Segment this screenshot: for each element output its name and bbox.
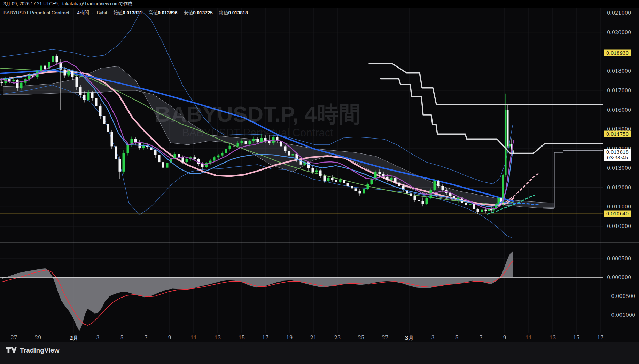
current-price-label[interactable]: 0.01381803:38:45 bbox=[604, 149, 631, 161]
price-axis-label: 0.011000 bbox=[607, 204, 631, 209]
candle-body bbox=[127, 144, 129, 153]
candle-body bbox=[288, 151, 290, 156]
candle-body bbox=[422, 201, 424, 204]
alert-price-label[interactable]: 0.014750 bbox=[604, 131, 631, 137]
candle-body bbox=[465, 203, 467, 205]
candle-body bbox=[485, 210, 487, 211]
candle-body bbox=[319, 171, 322, 176]
candle-body bbox=[225, 149, 227, 153]
legend-high-label: 高値 bbox=[148, 10, 158, 15]
legend-low-value: 0.013725 bbox=[193, 10, 212, 15]
candle-body bbox=[367, 184, 369, 189]
candle-body bbox=[194, 157, 196, 159]
time-axis-label: 27 bbox=[11, 335, 17, 340]
price-axis-label: 0.018000 bbox=[607, 68, 631, 74]
legend-exchange: Bybit bbox=[96, 10, 107, 15]
legend-open-value: 0.013821 bbox=[123, 10, 142, 15]
legend-low-label: 安値 bbox=[184, 10, 193, 15]
time-axis-label: 13 bbox=[215, 335, 221, 340]
time-axis-label: 27 bbox=[382, 335, 388, 340]
candle-body bbox=[178, 154, 180, 157]
candle-body bbox=[509, 144, 511, 146]
indicator-axis-label: 0.000500 bbox=[607, 256, 631, 261]
tradingview-logo-icon bbox=[6, 347, 17, 354]
candle-body bbox=[174, 154, 176, 158]
candle-body bbox=[398, 183, 400, 186]
time-axis-label: 19 bbox=[286, 335, 293, 340]
candle-body bbox=[115, 146, 117, 159]
time-axis-label: 7 bbox=[479, 335, 482, 340]
candle-body bbox=[79, 87, 82, 95]
time-axis-label: 5 bbox=[120, 335, 123, 340]
time-axis-label: 15 bbox=[573, 335, 579, 340]
candle-body bbox=[71, 71, 74, 77]
price-axis-label: 0.021000 bbox=[607, 10, 631, 16]
price-axis-label: 0.020000 bbox=[607, 30, 631, 35]
candle-body bbox=[166, 163, 169, 168]
time-axis-label: 11 bbox=[525, 335, 532, 340]
alert-price-label[interactable]: 0.018930 bbox=[604, 50, 631, 56]
symbol-legend[interactable]: BABYUSDT Perpetual Contract · 4時間 · Bybi… bbox=[3, 10, 248, 16]
candle-body bbox=[154, 150, 157, 155]
candle-body bbox=[418, 200, 420, 201]
time-axis-label: 2月 bbox=[70, 335, 78, 341]
candle-body bbox=[481, 210, 483, 212]
candle-body bbox=[442, 186, 444, 190]
candle-body bbox=[386, 177, 389, 180]
candle-body bbox=[477, 209, 479, 212]
indicator-axis-label: −0.000500 bbox=[607, 293, 635, 299]
candle-body bbox=[99, 106, 102, 116]
legend-close-value: 0.013818 bbox=[228, 10, 248, 15]
candle-body bbox=[158, 155, 161, 162]
candle-body bbox=[312, 168, 314, 172]
time-axis-label: 17 bbox=[597, 335, 603, 340]
candle-body bbox=[119, 159, 121, 172]
time-axis-label: 9 bbox=[168, 335, 171, 340]
tradingview-chart-window: 3月 09, 2026 17:21 UTC+9、takatabaがTrading… bbox=[0, 0, 639, 364]
price-axis-label: 0.012000 bbox=[607, 185, 631, 190]
candle-body bbox=[201, 164, 204, 167]
candle-body bbox=[469, 204, 472, 205]
tradingview-logo[interactable]: TradingView bbox=[6, 347, 60, 354]
candle-body bbox=[87, 92, 90, 100]
candle-body bbox=[1, 82, 3, 83]
time-axis-label: 9 bbox=[503, 335, 506, 340]
candle-body bbox=[379, 172, 381, 174]
candle-body bbox=[197, 159, 200, 164]
candle-body bbox=[335, 180, 337, 182]
candle-body bbox=[359, 191, 361, 194]
chart-canvas[interactable] bbox=[0, 0, 639, 364]
indicator-axis-label: −0.001000 bbox=[607, 312, 635, 318]
candle-body bbox=[284, 146, 287, 151]
candle-body bbox=[237, 143, 239, 146]
alert-price-label[interactable]: 0.010640 bbox=[604, 211, 631, 217]
candle-body bbox=[426, 198, 428, 204]
candle-body bbox=[327, 178, 330, 181]
legend-open-label: 始値 bbox=[113, 10, 123, 15]
candle-body bbox=[64, 70, 66, 76]
current-price-value: 0.013818 bbox=[604, 149, 631, 155]
price-axis-label: 0.010000 bbox=[607, 223, 631, 229]
candle-body bbox=[111, 132, 113, 146]
time-axis-label: 29 bbox=[35, 335, 41, 340]
candle-body bbox=[245, 141, 247, 144]
candle-body bbox=[20, 83, 23, 88]
candle-body bbox=[229, 146, 231, 149]
candle-body bbox=[16, 80, 19, 88]
candle-body bbox=[292, 154, 294, 156]
candle-body bbox=[257, 139, 259, 142]
candle-body bbox=[363, 189, 365, 193]
legend-symbol[interactable]: BABYUSDT Perpetual Contract bbox=[3, 10, 69, 15]
candle-body bbox=[434, 181, 436, 190]
candle-body bbox=[260, 138, 263, 142]
candle-body bbox=[221, 153, 224, 155]
legend-interval[interactable]: 4時間 bbox=[77, 10, 89, 15]
candle-body bbox=[52, 56, 54, 62]
candle-body bbox=[324, 176, 326, 181]
time-axis-label: 21 bbox=[310, 335, 317, 340]
candle-body bbox=[339, 180, 342, 182]
candle-body bbox=[68, 71, 70, 75]
candle-body bbox=[505, 110, 507, 175]
candle-body bbox=[56, 56, 58, 62]
candle-body bbox=[315, 171, 318, 173]
